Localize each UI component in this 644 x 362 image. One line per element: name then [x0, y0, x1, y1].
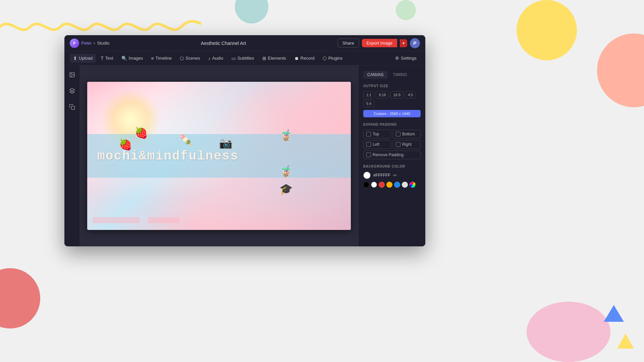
record-icon: ⏺ [294, 56, 299, 61]
output-size-label: OUTPUT SIZE [363, 84, 421, 88]
timeline-icon: ≡ [151, 56, 154, 61]
settings-icon: ⚙ [395, 56, 399, 61]
breadcrumb-location: Studio [97, 41, 109, 46]
app-window: P Peter › Studio Aesthetic Channel Art S… [64, 35, 425, 246]
padding-left-button[interactable]: Left [363, 140, 391, 149]
color-swatch-white[interactable] [363, 172, 371, 179]
toolbar-record[interactable]: ⏺ Record [291, 54, 318, 63]
toolbar-images[interactable]: 🔍 Images [118, 54, 147, 63]
left-sidebar [64, 65, 80, 246]
toolbar-settings[interactable]: ⚙ Settings [392, 54, 420, 62]
pink-bar-2 [148, 217, 179, 223]
blue-triangle-decoration [604, 305, 624, 322]
color-preset-rainbow[interactable] [410, 182, 416, 188]
color-preset-red[interactable] [379, 182, 385, 188]
padding-top-button[interactable]: Top [363, 130, 391, 138]
custom-size-button[interactable]: Custom - 2560 x 1440 [363, 110, 421, 117]
toolbar-timeline[interactable]: ≡ Timeline [148, 54, 175, 63]
tab-timing[interactable]: TIMING [389, 71, 411, 79]
svg-rect-3 [71, 106, 74, 110]
pink2-circle-decoration [527, 302, 610, 362]
bottom-bars [87, 203, 351, 230]
scenes-icon: ⬡ [180, 56, 184, 61]
plugins-icon: ⬡ [323, 56, 327, 61]
text-icon: T [101, 56, 104, 61]
toolbar-scenes[interactable]: ⬡ Scenes [176, 54, 203, 63]
breadcrumb: P Peter › Studio [70, 39, 109, 48]
toolbar-audio[interactable]: ♪ Audio [205, 54, 226, 63]
toolbar-text[interactable]: T Text [97, 54, 116, 63]
sticker-drink1: 🧋 [279, 129, 293, 142]
svg-marker-2 [69, 88, 74, 91]
elements-icon: ⊞ [262, 56, 266, 61]
size-4-5-button[interactable]: 4:5 [405, 91, 416, 99]
tab-canvas[interactable]: CANVAS [363, 71, 387, 79]
padding-top-icon [366, 132, 371, 136]
right-panel: CANVAS TIMING OUTPUT SIZE 1:1 9:16 16:9 … [358, 65, 425, 246]
color-preset-blue[interactable] [394, 182, 400, 188]
background-color-label: BACKGROUND COLOR [363, 165, 421, 168]
color-preset-white[interactable] [371, 182, 377, 188]
padding-right-button[interactable]: Right [393, 140, 421, 149]
sticker-strawberry1: 🍓 [119, 138, 132, 151]
toolbar-elements[interactable]: ⊞ Elements [259, 54, 289, 63]
main-area: mochi&mindfulness 🍓 🍓 🍡 📷 🧋 🧋 🎓 [64, 65, 425, 246]
teal-circle-decoration [235, 0, 268, 23]
canvas-container: mochi&mindfulness 🍓 🍓 🍡 📷 🧋 🧋 🎓 [87, 82, 351, 230]
canvas-area[interactable]: mochi&mindfulness 🍓 🍓 🍡 📷 🧋 🧋 🎓 [80, 65, 358, 246]
toolbar-plugins[interactable]: ⬡ Plugins [319, 54, 346, 63]
color-preset-yellow[interactable] [386, 182, 392, 188]
pink-circle-decoration [0, 268, 40, 328]
toolbar-subtitles[interactable]: ▭ Subtitles [228, 54, 258, 63]
padding-right-icon [396, 142, 400, 147]
panel-tabs: CANVAS TIMING [363, 71, 421, 79]
canvas-title-text: mochi&mindfulness [97, 149, 239, 163]
expand-padding-section: EXPAND PADDING Top Bottom Left [363, 123, 421, 159]
size-16-9-button[interactable]: 16:9 [390, 91, 404, 99]
padding-bottom-button[interactable]: Bottom [393, 130, 421, 138]
padding-bottom-icon [396, 132, 400, 136]
subtitles-icon: ▭ [231, 56, 236, 61]
color-preset-black[interactable] [363, 182, 369, 188]
upload-icon: ⬆ [73, 56, 77, 61]
toolbar: ⬆ Upload T Text 🔍 Images ≡ Timeline ⬡ Sc… [64, 51, 425, 65]
expand-padding-label: EXPAND PADDING [363, 123, 421, 126]
color-picker-icon[interactable]: ✏ [393, 173, 397, 178]
size-buttons: 1:1 9:16 16:9 4:5 5:4 [363, 91, 421, 107]
remove-padding-button[interactable]: Remove Padding [363, 150, 421, 159]
user-initial-badge: P [410, 38, 420, 48]
color-preset-gray[interactable] [402, 182, 408, 188]
sticker-balloons: 🍡 [179, 134, 193, 146]
images-icon: 🔍 [121, 56, 127, 61]
breadcrumb-separator: › [94, 41, 95, 46]
peach-circle-decoration [597, 34, 644, 107]
toolbar-upload[interactable]: ⬆ Upload [70, 54, 96, 63]
audio-icon: ♪ [208, 56, 210, 61]
sidebar-icon-layers[interactable] [67, 85, 77, 96]
sticker-strawberry2: 🍓 [135, 126, 148, 139]
output-size-section: OUTPUT SIZE 1:1 9:16 16:9 4:5 5:4 Custom… [363, 84, 421, 117]
app-header: P Peter › Studio Aesthetic Channel Art S… [64, 35, 425, 51]
svg-point-1 [71, 73, 71, 74]
header-actions: Share Export Image ▾ P [337, 38, 420, 48]
sidebar-icon-image[interactable] [67, 69, 77, 80]
padding-left-icon [366, 142, 371, 147]
size-1-1-button[interactable]: 1:1 [363, 91, 374, 99]
color-hex-value: #FFFFFF [373, 173, 390, 178]
export-dropdown-button[interactable]: ▾ [400, 39, 407, 47]
size-9-16-button[interactable]: 9:16 [376, 91, 389, 99]
canvas-background: mochi&mindfulness 🍓 🍓 🍡 📷 🧋 🧋 🎓 [87, 82, 351, 230]
size-5-4-button[interactable]: 5:4 [363, 100, 374, 107]
yellow-triangle-decoration [617, 334, 634, 349]
sticker-drink2: 🧋 [279, 165, 293, 178]
green-circle-decoration [396, 0, 416, 20]
breadcrumb-user-link[interactable]: Peter [81, 41, 92, 46]
sticker-camera: 📷 [219, 137, 232, 149]
background-color-section: BACKGROUND COLOR #FFFFFF ✏ [363, 165, 421, 188]
padding-grid: Top Bottom Left Right [363, 130, 421, 149]
pink-bar-1 [93, 217, 140, 223]
sidebar-icon-copy[interactable] [67, 102, 77, 112]
export-image-button[interactable]: Export Image [362, 39, 397, 47]
share-button[interactable]: Share [337, 39, 359, 48]
document-title: Aesthetic Channel Art [113, 41, 333, 46]
